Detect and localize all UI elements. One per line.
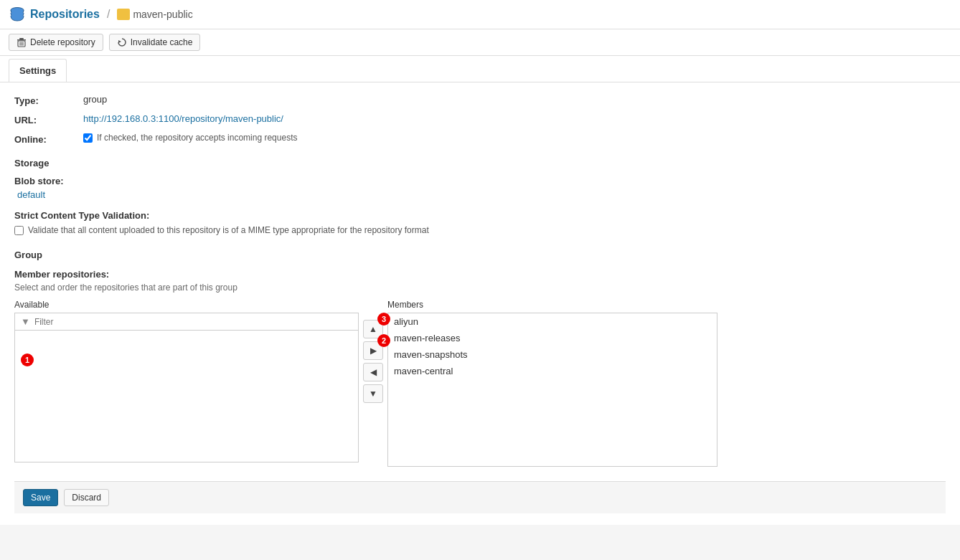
add-all-icon: ▲ bbox=[369, 324, 377, 334]
members-panel: Members aliyunmaven-releasesmaven-snapsh… bbox=[387, 300, 717, 467]
strict-row: Strict Content Type Validation: Validate… bbox=[14, 210, 946, 235]
action-bar: Delete repository Invalidate cache bbox=[0, 29, 960, 56]
settings-content: Type: group URL: http://192.168.0.3:1100… bbox=[0, 82, 960, 525]
online-value: If checked, the repository accepts incom… bbox=[83, 133, 297, 143]
move-down-button[interactable]: ▼ bbox=[363, 384, 383, 403]
svg-marker-7 bbox=[118, 40, 121, 43]
folder-icon bbox=[117, 9, 130, 20]
available-list[interactable]: 1 bbox=[14, 330, 359, 462]
online-label: Online: bbox=[14, 133, 72, 145]
tab-settings-label: Settings bbox=[19, 65, 56, 76]
available-panel: Available ▼ 1 bbox=[14, 300, 359, 462]
discard-button[interactable]: Discard bbox=[64, 489, 109, 506]
list-item[interactable]: maven-snapshots bbox=[388, 346, 717, 363]
type-value: group bbox=[83, 94, 107, 105]
members-list[interactable]: aliyunmaven-releasesmaven-snapshotsmaven… bbox=[387, 313, 717, 467]
type-label: Type: bbox=[14, 94, 72, 106]
repos-link[interactable]: Repositories bbox=[30, 8, 100, 21]
available-badge: 1 bbox=[21, 353, 34, 366]
filter-box: ▼ bbox=[14, 313, 359, 330]
add-wrap: ▶ 2 bbox=[363, 341, 383, 360]
refresh-icon bbox=[117, 37, 127, 47]
tab-settings[interactable]: Settings bbox=[9, 59, 67, 82]
validate-row: Validate that all content uploaded to th… bbox=[14, 225, 946, 235]
storage-subsection: Blob store: default Strict Content Type … bbox=[14, 176, 946, 235]
blob-store-label: Blob store: bbox=[14, 176, 946, 186]
discard-label: Discard bbox=[72, 493, 101, 503]
svg-rect-2 bbox=[19, 38, 24, 39]
available-label: Available bbox=[14, 300, 359, 310]
group-title: Group bbox=[14, 250, 946, 260]
members-label: Members bbox=[387, 300, 717, 310]
trash-icon bbox=[17, 37, 27, 47]
blob-store-value: default bbox=[17, 189, 946, 200]
invalidate-label: Invalidate cache bbox=[131, 37, 193, 47]
invalidate-cache-button[interactable]: Invalidate cache bbox=[109, 34, 201, 51]
online-checkbox[interactable] bbox=[83, 133, 93, 143]
database-icon bbox=[9, 6, 26, 23]
add-badge: 2 bbox=[377, 334, 390, 347]
type-row: Type: group bbox=[14, 94, 946, 106]
list-item[interactable]: aliyun bbox=[388, 313, 717, 330]
strict-hint: Validate that all content uploaded to th… bbox=[28, 225, 429, 235]
member-repos-label: Member repositories: bbox=[14, 269, 946, 280]
filter-input[interactable] bbox=[34, 317, 352, 327]
delete-repo-button[interactable]: Delete repository bbox=[9, 34, 103, 51]
dual-list: Available ▼ 1 ▲ 3 bbox=[14, 300, 946, 467]
url-label: URL: bbox=[14, 113, 72, 125]
group-section: Group Member repositories: Select and or… bbox=[14, 250, 946, 467]
strict-checkbox[interactable] bbox=[14, 226, 24, 235]
breadcrumb-sep: / bbox=[107, 8, 110, 21]
tabs-bar: Settings bbox=[0, 56, 960, 82]
filter-icon: ▼ bbox=[21, 316, 30, 327]
save-button[interactable]: Save bbox=[23, 489, 58, 506]
url-row: URL: http://192.168.0.3:1100/repository/… bbox=[14, 113, 946, 125]
repo-name: maven-public bbox=[133, 9, 192, 20]
url-link[interactable]: http://192.168.0.3:1100/repository/maven… bbox=[83, 113, 283, 124]
online-row: Online: If checked, the repository accep… bbox=[14, 133, 946, 145]
list-item[interactable]: maven-releases bbox=[388, 330, 717, 346]
online-hint: If checked, the repository accepts incom… bbox=[97, 133, 297, 143]
header: Repositories / maven-public bbox=[0, 0, 960, 29]
member-repos-hint: Select and order the repositories that a… bbox=[14, 283, 946, 293]
strict-content-label: Strict Content Type Validation: bbox=[14, 210, 946, 221]
delete-label: Delete repository bbox=[30, 37, 95, 47]
svg-rect-1 bbox=[17, 39, 26, 41]
url-value: http://192.168.0.3:1100/repository/maven… bbox=[83, 113, 283, 124]
remove-icon: ◀ bbox=[370, 367, 377, 377]
move-down-icon: ▼ bbox=[369, 389, 377, 399]
remove-button[interactable]: ◀ bbox=[363, 363, 383, 381]
add-icon: ▶ bbox=[370, 346, 377, 356]
add-all-badge: 3 bbox=[377, 313, 390, 326]
save-label: Save bbox=[31, 493, 50, 503]
storage-section-title: Storage bbox=[14, 158, 946, 169]
breadcrumb-item: maven-public bbox=[117, 9, 192, 20]
bottom-bar: Save Discard bbox=[14, 481, 946, 513]
list-item[interactable]: maven-central bbox=[388, 363, 717, 379]
controls-column: ▲ 3 ▶ 2 ◀ ▼ bbox=[359, 300, 387, 403]
